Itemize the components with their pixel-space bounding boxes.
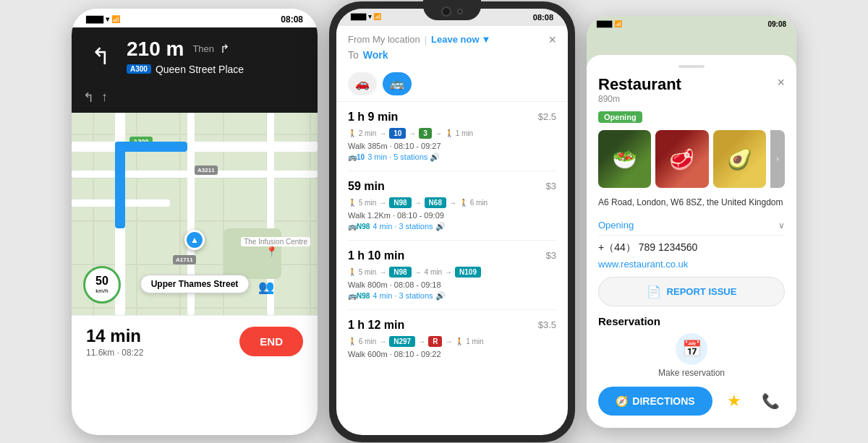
straight-icon: ↑	[101, 90, 108, 106]
to-label: To	[348, 49, 359, 61]
lens-main	[441, 7, 451, 17]
walk-chip-7: 🚶 1 min	[455, 337, 483, 345]
directions-button[interactable]: 🧭 DIRECTIONS	[598, 387, 712, 416]
from-location: From My location	[348, 34, 420, 45]
transport-tabs: 🚗 🚌	[336, 66, 568, 102]
then-label: Then	[192, 43, 214, 54]
reservation-title: Reservation	[598, 315, 785, 327]
route-list: 1 h 9 min $2.5 🚶 2 min → 10 → 3 → 🚶 1 mi…	[336, 102, 568, 434]
signal-icons: ▇▇▇ ▾ 📶	[86, 15, 120, 23]
bus-chip-r: R	[428, 336, 442, 347]
poi-label: The Infusion Centre	[241, 237, 310, 246]
bus-chip-n297: N297	[389, 336, 415, 347]
walk-chip-6: 🚶 6 min	[348, 337, 376, 345]
road-horizontal-1	[72, 142, 318, 152]
distance-value: 210 m	[127, 38, 184, 61]
map-extra-icon: 👥	[258, 279, 274, 295]
bus-chip-n109: N109	[455, 267, 481, 278]
walk-chip: 🚶 2 min	[348, 129, 376, 137]
to-row: To Work	[348, 49, 556, 61]
route-2-duration: 59 min	[348, 180, 385, 193]
reservation-section: Reservation 📅 Make reservation	[598, 315, 785, 378]
phone3-restaurant: ▇▇▇ 📶 09:08 Restaurant 890m × Opening ›	[587, 16, 796, 428]
call-button[interactable]: 📞	[756, 387, 785, 416]
speed-badge: 50 km/h	[83, 266, 121, 304]
nav-distance-info: 210 m Then ↱ A300 Queen Street Place	[127, 38, 306, 75]
then-arrow-icon: ↱	[220, 42, 229, 56]
route-1-info: 🚌10 3 min · 5 stations 🔊	[348, 152, 556, 162]
bus-chip-n98: N98	[389, 197, 411, 208]
phone-number[interactable]: +（44） 789 1234560	[598, 241, 785, 254]
close-button[interactable]: ×	[548, 33, 556, 46]
food-photo-3[interactable]	[713, 130, 766, 188]
signal-2: ▇▇▇ ▾ 📶	[351, 13, 381, 25]
report-issue-button[interactable]: 📄 REPORT ISSUE	[598, 277, 785, 306]
nav-instruction: ↰ 210 m Then ↱ A300 Queen Street Place	[72, 27, 318, 85]
nav-bottom-bar: 14 min 11.6km · 08:22 END	[72, 315, 318, 368]
restaurant-photos: ›	[598, 130, 785, 188]
bottom-actions: 🧭 DIRECTIONS ★ 📞	[598, 387, 785, 416]
route-2-info: 🚌N98 4 min · 3 stations 🔊	[348, 222, 556, 231]
chevron-icon: ∨	[778, 220, 785, 231]
route-3-duration: 1 h 10 min	[348, 249, 404, 262]
favorite-button[interactable]: ★	[720, 387, 749, 416]
route-1-details: Walk 385m · 08:10 - 09:27	[348, 142, 556, 150]
current-location-pin	[184, 230, 205, 250]
close-restaurant-button[interactable]: ×	[777, 75, 785, 90]
drag-handle	[678, 65, 705, 68]
walk-chip-5: 🚶 5 min	[348, 268, 376, 276]
route-segment-1	[115, 142, 187, 152]
make-reservation[interactable]: 📅 Make reservation	[598, 333, 785, 378]
route-item-2[interactable]: 59 min $3 🚶 5 min → N98 → N68 → 🚶 6 min …	[348, 171, 556, 241]
route-4-duration: 1 h 12 min	[348, 319, 404, 332]
route-2-cost: $3	[546, 181, 556, 192]
opening-row[interactable]: Opening ∨	[598, 215, 785, 236]
route-3-info: 🚌N98 4 min · 3 stations 🔊	[348, 291, 556, 301]
restaurant-card: Restaurant 890m × Opening › A6 Road, Lon…	[587, 55, 796, 428]
route-3-details: Walk 800m · 08:08 - 09:18	[348, 280, 556, 289]
map-view[interactable]: A300 A3211 A1711 📍 The Infusion Centre 5…	[72, 113, 318, 315]
food-photo-2[interactable]	[655, 130, 708, 188]
end-navigation-button[interactable]: END	[239, 327, 303, 356]
route-1-cost: $2.5	[538, 111, 556, 122]
route-4-details: Walk 600m · 08:10 - 09:22	[348, 350, 556, 358]
route-item-1[interactable]: 1 h 9 min $2.5 🚶 2 min → 10 → 3 → 🚶 1 mi…	[348, 102, 556, 171]
road-label-a1711: A1711	[173, 255, 196, 264]
leave-now-button[interactable]: Leave now ▼	[431, 34, 490, 45]
walk-chip-2: 🚶 1 min	[445, 129, 473, 137]
transit-header: From My location | Leave now ▼ × To Work	[336, 26, 568, 66]
report-icon: 📄	[647, 285, 661, 298]
phone2-shell: ▇▇▇ ▾ 📶 08:08 From My location | Leave n…	[329, 1, 575, 442]
eta-time: 14 min	[86, 326, 143, 346]
more-photos[interactable]: ›	[770, 130, 785, 188]
to-destination[interactable]: Work	[363, 49, 388, 61]
status-bar-3: ▇▇▇ 📶 09:08	[587, 16, 796, 30]
opening-status: Opening	[598, 220, 634, 231]
website-link[interactable]: www.restaurant.co.uk	[598, 259, 785, 270]
camera-bump	[423, 0, 481, 20]
walk-chip-3: 🚶 5 min	[348, 199, 376, 207]
speed-value: 50	[95, 275, 109, 288]
directions-label: DIRECTIONS	[632, 395, 694, 407]
road-name: Queen Street Place	[156, 64, 244, 75]
restaurant-address: A6 Road, London, W6 8SZ, the United King…	[598, 197, 785, 209]
bus-chip-10: 10	[389, 128, 406, 139]
phone2-screen: ▇▇▇ ▾ 📶 08:08 From My location | Leave n…	[336, 9, 568, 435]
route-segment-2	[115, 142, 125, 228]
lens-small	[457, 9, 463, 14]
report-label: REPORT ISSUE	[667, 286, 737, 297]
route-item-4[interactable]: 1 h 12 min $3.5 🚶 6 min → N297 → R → 🚶 1…	[348, 310, 556, 369]
food-photo-1[interactable]	[598, 130, 651, 188]
eta-details: 11.6km · 08:22	[86, 348, 143, 358]
route-item-3[interactable]: 1 h 10 min $3 🚶 5 min → N98 → 4 min → N1…	[348, 241, 556, 310]
route-1-duration: 1 h 9 min	[348, 111, 398, 124]
car-tab[interactable]: 🚗	[348, 72, 377, 95]
road-badge: A300	[127, 64, 151, 74]
phone1-navigation: ▇▇▇ ▾ 📶 08:08 ↰ 210 m Then ↱ A300 Queen …	[72, 9, 318, 435]
directions-icon: 🧭	[616, 395, 628, 407]
turn-arrow-icon: ↰	[83, 39, 118, 74]
from-row: From My location | Leave now ▼ ×	[348, 33, 556, 46]
eta-info: 14 min 11.6km · 08:22	[86, 326, 143, 358]
bus-tab[interactable]: 🚌	[383, 72, 412, 95]
route-3-chips: 🚶 5 min → N98 → 4 min → N109	[348, 267, 556, 278]
